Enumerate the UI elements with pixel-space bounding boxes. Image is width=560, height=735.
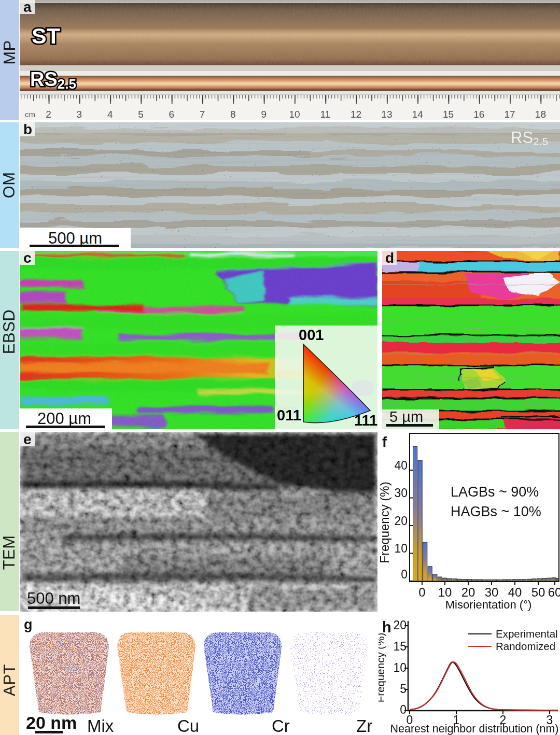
svg-text:40: 40: [394, 459, 408, 472]
svg-text:0: 0: [400, 703, 407, 716]
svg-text:200 µm: 200 µm: [37, 409, 91, 428]
svg-text:0: 0: [401, 568, 408, 581]
svg-text:40: 40: [508, 585, 522, 599]
svg-text:15: 15: [393, 640, 407, 653]
svg-text:Cr: Cr: [272, 716, 290, 735]
svg-text:12: 12: [351, 109, 361, 120]
svg-text:111: 111: [354, 412, 377, 429]
svg-text:h: h: [382, 619, 391, 635]
svg-text:Zr: Zr: [356, 716, 372, 735]
svg-text:60: 60: [548, 585, 560, 599]
svg-text:6: 6: [169, 109, 175, 120]
svg-text:30: 30: [485, 585, 499, 599]
svg-text:5 µm: 5 µm: [389, 408, 423, 425]
svg-text:Nearest neighbor distribution: Nearest neighbor distribution (nm): [390, 723, 558, 735]
svg-text:0: 0: [418, 585, 425, 599]
svg-text:5: 5: [138, 109, 144, 120]
svg-text:c: c: [23, 251, 32, 266]
svg-text:10: 10: [393, 661, 407, 674]
svg-text:cm: cm: [25, 110, 35, 119]
svg-text:50: 50: [531, 585, 545, 599]
svg-text:9: 9: [261, 109, 267, 120]
svg-text:Misorientation (°): Misorientation (°): [445, 598, 532, 611]
svg-text:b: b: [23, 122, 32, 137]
svg-text:g: g: [24, 617, 33, 632]
svg-text:HAGBs ~ 10%: HAGBs ~ 10%: [451, 504, 541, 519]
svg-text:14: 14: [412, 109, 424, 120]
svg-text:Mix: Mix: [87, 716, 114, 735]
svg-text:Experimental: Experimental: [496, 628, 558, 640]
svg-text:ST: ST: [32, 23, 60, 48]
svg-text:20: 20: [461, 585, 475, 599]
svg-text:10: 10: [438, 585, 452, 599]
svg-text:13: 13: [381, 109, 392, 120]
svg-text:18: 18: [535, 109, 546, 120]
svg-text:10: 10: [289, 109, 300, 120]
svg-text:17: 17: [505, 109, 515, 120]
svg-text:20: 20: [393, 618, 407, 632]
svg-text:f: f: [382, 434, 387, 450]
svg-text:a: a: [23, 0, 32, 15]
svg-text:8: 8: [230, 109, 236, 120]
svg-text:20 nm: 20 nm: [26, 713, 77, 732]
svg-text:4: 4: [107, 109, 113, 120]
svg-text:16: 16: [473, 109, 484, 120]
svg-text:e: e: [23, 432, 32, 447]
svg-text:Randomized: Randomized: [496, 640, 555, 652]
svg-text:10: 10: [394, 542, 408, 555]
svg-text:Frequency (%): Frequency (%): [379, 633, 386, 702]
svg-text:d: d: [385, 251, 394, 266]
svg-text:15: 15: [443, 109, 454, 120]
svg-text:2: 2: [46, 109, 51, 120]
svg-text:Cu: Cu: [177, 716, 199, 735]
svg-text:Frequency (%): Frequency (%): [379, 482, 391, 563]
svg-text:5: 5: [400, 682, 407, 696]
svg-text:11: 11: [320, 109, 330, 120]
svg-text:7: 7: [200, 109, 205, 120]
svg-text:001: 001: [299, 327, 324, 343]
svg-text:500 µm: 500 µm: [48, 229, 102, 247]
svg-text:3: 3: [77, 109, 82, 120]
svg-text:500 nm: 500 nm: [27, 589, 80, 607]
svg-text:30: 30: [394, 486, 408, 500]
svg-text:011: 011: [277, 407, 301, 423]
svg-text:20: 20: [394, 514, 408, 528]
svg-text:LAGBs ~ 90%: LAGBs ~ 90%: [451, 484, 539, 500]
